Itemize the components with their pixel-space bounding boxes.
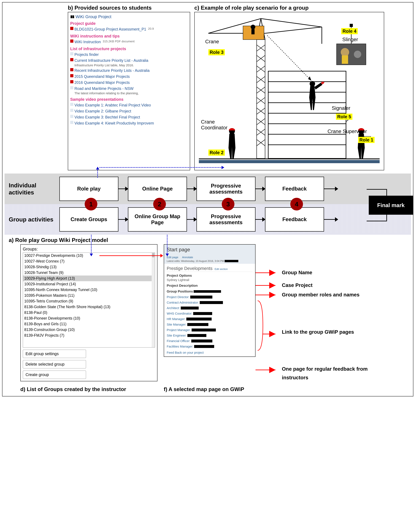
step-1-badge: 1 <box>85 198 97 210</box>
group-position-link[interactable]: WHS Coordinator: <box>167 312 252 315</box>
wiki-project-title[interactable]: WiKi Group Project <box>70 14 188 19</box>
delete-selected-group-button[interactable]: Delete selected group <box>23 360 86 368</box>
scrollbar[interactable] <box>152 253 155 347</box>
group-position-link[interactable]: Contract Administrator: <box>167 301 252 304</box>
wiki-icon <box>70 15 74 19</box>
doc-icon <box>70 109 73 112</box>
group-list-item[interactable]: 8139-Construction Group (10) <box>23 327 155 333</box>
resource-link[interactable]: 2015 Queensland Major Projects <box>70 74 188 79</box>
bottom-captions: d) List of Groups created by the instruc… <box>5 384 411 394</box>
redacted-name <box>190 296 212 299</box>
group-list-item[interactable]: 10028-Tunnel Team (9) <box>23 270 155 276</box>
group-position-link[interactable]: HR Manager: <box>167 317 252 321</box>
annot-group-name: Group Name <box>282 270 312 276</box>
groups-heading: Groups: <box>23 247 155 252</box>
top-row: b) Provided sources to students WiKi Gro… <box>5 5 411 170</box>
resource-link[interactable]: Current Infrastructure Priority List - A… <box>70 58 188 63</box>
redacted-name <box>187 323 208 326</box>
role-badge-3: Role 3 <box>208 49 225 55</box>
group-list-item[interactable]: 8139-FMJV Projects (7) <box>23 333 155 338</box>
svg-line-27 <box>265 27 322 33</box>
resource-label: Video Example 2: Gilbane Project <box>74 109 131 114</box>
box-progressive-assessments-grp: Progressive assessments <box>196 207 256 232</box>
arrow-icon <box>324 219 338 220</box>
group-name-line: Prestige Developments Edit section <box>167 266 252 272</box>
resource-label: Road and Maritime Projects - NSW <box>74 86 134 91</box>
start-page-header: Start page Edit page Annotate Latest edi… <box>164 245 255 264</box>
group-position-link[interactable]: Financial Officer: <box>167 339 252 343</box>
resource-link[interactable]: Video Example 4: Kiewit Productivity Imp… <box>70 121 188 126</box>
arrow-icon <box>324 189 338 189</box>
role-badge-5: Role 5 <box>336 114 352 120</box>
edit-section-link[interactable]: Edit section <box>215 268 228 271</box>
svg-line-48 <box>267 35 311 81</box>
group-list-item[interactable]: 10395-Pokemon Masters (11) <box>23 293 155 298</box>
group-list-item[interactable]: 8138-Golden State (The North Shore Hospi… <box>23 304 155 310</box>
scrollbar-thumb[interactable] <box>152 253 154 257</box>
group-position-link[interactable]: Architect: <box>167 306 252 310</box>
box-create-groups: Create Groups <box>59 207 118 232</box>
group-position-link[interactable]: Site Manager: <box>167 323 252 326</box>
arrow-group-to-startpage <box>100 255 163 256</box>
resource-label: WiKi Instruction <box>74 39 101 45</box>
arrow-roleplay-to-panel-c <box>100 167 224 168</box>
edit-group-settings-button[interactable]: Edit group settings <box>23 350 86 358</box>
svg-line-31 <box>261 19 322 27</box>
svg-rect-50 <box>337 44 366 65</box>
feedback-link[interactable]: Feed Back on your project <box>167 351 252 354</box>
start-page-actions: Edit page Annotate <box>167 256 252 259</box>
group-list-item[interactable]: 10029-Institutional Project (14) <box>23 281 155 287</box>
box-online-group-map: Online Group Map Page <box>128 207 187 232</box>
group-positions-label: Group Positions <box>167 289 252 293</box>
arrow-icon <box>187 189 196 189</box>
box-progressive-assessments-ind: Progressive assessments <box>196 177 256 201</box>
pdf-icon <box>70 74 73 77</box>
group-list-item[interactable]: 10395-North Connex Motorway Tunnel (10) <box>23 287 155 293</box>
pdf-icon <box>70 39 73 43</box>
resource-link[interactable]: Video Example 1: Arabtec Final Project V… <box>70 103 188 108</box>
resource-link[interactable]: 2016 Queensland Major Projects <box>70 80 188 85</box>
group-list-item[interactable]: 10028-Shindig (13) <box>23 264 155 270</box>
figure-frame: b) Provided sources to students WiKi Gro… <box>2 2 413 396</box>
resource-link[interactable]: BLDG1021-Group Project Assessment_P120.9 <box>70 27 188 32</box>
group-position-link[interactable]: Site Engineer: <box>167 334 252 337</box>
role-badge-2: Role 2 <box>208 150 225 156</box>
group-list-item[interactable]: 10395-Tetris Construction (9) <box>23 298 155 304</box>
group-list-item[interactable]: 8138-Paul (0) <box>23 310 155 315</box>
panel-b-heading: b) Provided sources to students <box>68 5 190 11</box>
resource-link[interactable]: Recent Infrastructure Priority Lists - A… <box>70 68 188 73</box>
start-page-title: Start page <box>167 247 252 252</box>
arrow-icon <box>256 219 265 220</box>
panel-f-body: Prestige Developments Edit section Proje… <box>164 264 255 357</box>
individual-row: Individual activities Role play Online P… <box>5 173 411 204</box>
group-position-link[interactable]: Facilities Manager: <box>167 345 252 348</box>
resource-link[interactable]: Video Example 3: Bechtel Final Project <box>70 115 188 120</box>
resource-link[interactable]: WiKi Instruction315.2KB PDF document <box>70 39 188 45</box>
resource-link[interactable]: Video Example 2: Gilbane Project <box>70 109 188 114</box>
resource-meta: 315.2KB PDF document <box>103 39 135 43</box>
svg-point-53 <box>354 51 361 58</box>
doc-icon <box>70 121 73 124</box>
redacted-name <box>193 312 212 315</box>
group-list-item[interactable]: 10027-West Connex (7) <box>23 258 155 264</box>
group-list-item[interactable]: 8139-Boys and Girls (11) <box>23 321 155 327</box>
annotate-link[interactable]: Annotate <box>182 256 193 259</box>
group-list-item[interactable]: 10029-Flying High Airport (13) <box>23 276 155 281</box>
redacted-name <box>187 334 206 337</box>
resource-link[interactable]: Road and Maritime Projects - NSW <box>70 86 188 91</box>
groups-list[interactable]: 10027-Prestige Developments (10)10027-We… <box>23 252 155 348</box>
doc-icon <box>70 52 73 55</box>
group-position-link[interactable]: Project Director: <box>167 295 252 299</box>
resource-link[interactable]: Projects finder <box>70 52 188 57</box>
caption-a: a) Role play Group Wiki Project model <box>9 237 411 243</box>
create-group-button[interactable]: Create group <box>23 371 86 379</box>
doc-icon <box>70 86 73 89</box>
arrow-create-groups-to-panel-d <box>91 235 91 256</box>
arrow-map-page-to-panel-f <box>167 235 168 256</box>
annot-case-project: Case Project <box>282 282 313 288</box>
resource-label: BLDG1021-Group Project Assessment_P1 <box>74 27 146 32</box>
annot-member-roles: Group member roles and names <box>282 292 387 298</box>
group-list-item[interactable]: 8138-Pioneer Developments (10) <box>23 315 155 321</box>
resource-meta: 20.9 <box>148 27 154 31</box>
group-position-link[interactable]: Project Manager: <box>167 328 252 332</box>
